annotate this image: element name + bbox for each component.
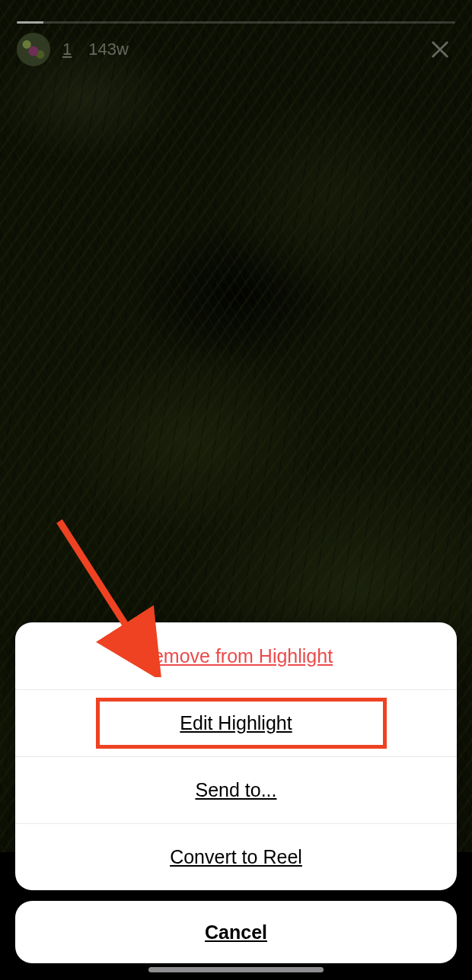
convert-to-reel-option[interactable]: Convert to Reel xyxy=(15,823,457,890)
story-age: 143w xyxy=(88,40,129,59)
story-top-bar: 1 143w xyxy=(0,0,472,66)
story-progress-track xyxy=(17,21,455,24)
edit-highlight-option[interactable]: Edit Highlight xyxy=(15,689,457,756)
close-button[interactable] xyxy=(425,34,455,65)
avatar[interactable] xyxy=(17,33,50,66)
home-indicator[interactable] xyxy=(148,967,324,972)
story-progress-fill xyxy=(17,21,43,24)
option-label: Send to... xyxy=(195,779,276,801)
action-sheet-container: Remove from Highlight Edit Highlight Sen… xyxy=(0,622,472,980)
cancel-label: Cancel xyxy=(205,921,267,943)
close-icon xyxy=(429,39,451,60)
annotation-highlight-box xyxy=(96,698,387,749)
remove-from-highlight-option[interactable]: Remove from Highlight xyxy=(15,622,457,689)
story-index[interactable]: 1 xyxy=(62,40,72,59)
option-label: Remove from Highlight xyxy=(139,645,333,667)
action-sheet: Remove from Highlight Edit Highlight Sen… xyxy=(15,622,457,890)
option-label: Convert to Reel xyxy=(170,846,302,868)
send-to-option[interactable]: Send to... xyxy=(15,756,457,823)
story-header-row: 1 143w xyxy=(17,33,455,66)
cancel-button[interactable]: Cancel xyxy=(15,901,457,963)
